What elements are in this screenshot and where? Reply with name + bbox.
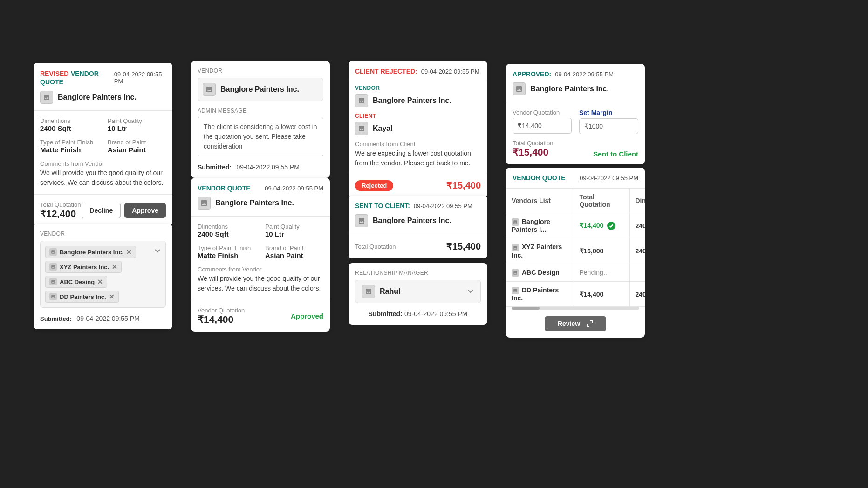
vendor-avatar-icon xyxy=(355,214,368,227)
approved-margin-card: APPROVED: 09-04-2022 09:55 PM Banglore P… xyxy=(506,64,645,164)
timestamp: 09-04-2022 09:55 PM xyxy=(265,185,323,192)
review-button[interactable]: Review xyxy=(545,316,606,331)
paint-finish-label: Type of Paint Finish xyxy=(198,244,256,251)
vendor-name: Banglore Painters Inc. xyxy=(530,85,609,93)
paint-finish-value: Matte Finish xyxy=(40,146,98,154)
total-quotation-value: ₹12,400 xyxy=(40,208,81,219)
table-row[interactable]: XYZ Painters Inc.₹16,000240 xyxy=(506,238,645,264)
dimensions-value: 2400 Sqft xyxy=(198,230,256,238)
vendor-avatar-icon xyxy=(355,94,368,107)
total-quotation-value: ₹15,400 xyxy=(513,147,553,158)
manager-select[interactable]: Rahul xyxy=(355,280,481,303)
vendor-multiselect[interactable]: Banglore Painters Inc. ✕ XYZ Painters In… xyxy=(40,241,166,308)
vendor-quotation-value: ₹14,400 xyxy=(198,314,245,325)
vendor-select-card: VENDOR Banglore Painters Inc. ✕ XYZ Pain… xyxy=(34,224,172,329)
dimensions-label: Dimentions xyxy=(198,223,256,230)
relationship-manager-card: RELATIONSHIP MANAGER Rahul Submitted: 09… xyxy=(349,263,487,325)
comments-vendor-label: Comments from Vendor xyxy=(198,266,323,273)
vendor-chip-icon xyxy=(49,263,57,271)
vendor-avatar-icon xyxy=(40,91,53,104)
comments-vendor-text: We will provide you the good quality of … xyxy=(40,168,166,188)
col-dimensions: Din xyxy=(629,189,645,213)
vendor-section-label: VENDOR xyxy=(40,230,166,237)
vendor-quote-table-card: VENDOR QUOTE 09-04-2022 09:55 PM Vendors… xyxy=(506,168,645,338)
vendor-quotation-label: Vendor Quotation xyxy=(198,307,245,314)
paint-brand-value: Asian Paint xyxy=(265,251,323,259)
review-button-label: Review xyxy=(558,320,580,327)
client-rejected-card: CLIENT REJECTED: 09-04-2022 09:55 PM VEN… xyxy=(349,61,487,197)
paint-brand-value: Asian Paint xyxy=(108,146,166,154)
paint-brand-label: Brand of Paint xyxy=(265,244,323,251)
paint-quality-value: 10 Ltr xyxy=(108,124,166,132)
comments-vendor-label: Comments from Vendor xyxy=(40,160,166,167)
comments-client-label: Comments from Client xyxy=(355,141,481,148)
table-row[interactable]: Banglore Painters I...₹14,400240 xyxy=(506,213,645,238)
vendors-table: Vendors List Total Quotation Din Banglor… xyxy=(506,188,645,310)
horizontal-scrollbar[interactable] xyxy=(512,307,639,310)
vendor-avatar-icon xyxy=(513,82,526,95)
sent-to-client-card: SENT TO CLIENT: 09-04-2022 09:55 PM Bang… xyxy=(349,196,487,258)
paint-quality-label: Paint Quality xyxy=(265,223,323,230)
decline-button[interactable]: Decline xyxy=(82,203,121,218)
vendor-chip-icon xyxy=(49,293,57,300)
paint-finish-label: Type of Paint Finish xyxy=(40,139,98,146)
vendor-section-label: VENDOR xyxy=(355,85,481,91)
approve-button[interactable]: Approve xyxy=(124,203,166,218)
set-margin-label: Set Margin xyxy=(579,109,638,116)
submitted-value: 09-04-2022 09:55 PM xyxy=(237,163,300,171)
manager-avatar-icon xyxy=(362,285,375,298)
remove-chip-icon[interactable]: ✕ xyxy=(112,264,117,270)
margin-input[interactable] xyxy=(579,118,638,134)
timestamp: 09-04-2022 09:55 PM xyxy=(555,71,614,78)
vendor-name: Banglore Painters Inc. xyxy=(373,217,451,225)
card-title: VENDOR QUOTE xyxy=(198,184,251,192)
relationship-manager-label: RELATIONSHIP MANAGER xyxy=(355,270,481,276)
remove-chip-icon[interactable]: ✕ xyxy=(109,293,115,300)
status-sent: Sent to Client xyxy=(593,150,638,158)
submitted-label: Submitted: xyxy=(198,163,232,171)
total-quotation-label: Total Quotation xyxy=(40,201,81,208)
vendor-name: Banglore Painters Inc. xyxy=(215,199,294,207)
vendor-chip: ABC Desing ✕ xyxy=(45,276,107,288)
col-vendors-list: Vendors List xyxy=(506,189,574,213)
total-quotation-label: Total Quotation xyxy=(355,243,396,250)
card-title: SENT TO CLIENT: xyxy=(355,202,410,210)
dimensions-label: Dimentions xyxy=(40,117,98,124)
vendor-quotation-input[interactable] xyxy=(513,118,572,134)
vendor-avatar-icon xyxy=(198,197,211,210)
admin-message-input[interactable]: The client is considering a lower cost i… xyxy=(198,117,323,156)
vendor-chip-icon xyxy=(49,278,57,285)
table-row[interactable]: DD Painters Inc.₹14,400240 xyxy=(506,281,645,306)
col-total-quotation: Total Quotation xyxy=(574,189,629,213)
rejected-badge: Rejected xyxy=(355,180,393,191)
status-approved: Approved xyxy=(291,312,323,320)
paint-quality-value: 10 Ltr xyxy=(265,230,323,238)
chevron-down-icon[interactable] xyxy=(154,248,161,254)
vendor-chip: XYZ Painters Inc. ✕ xyxy=(45,261,122,273)
submitted-value: 09-04-2022 09:55 PM xyxy=(76,315,139,322)
vendor-chip: Banglore Painters Inc. ✕ xyxy=(45,246,136,258)
vendor-name: Banglore Painters Inc. xyxy=(220,85,299,94)
rejected-amount: ₹15,400 xyxy=(446,180,481,191)
dimensions-value: 2400 Sqft xyxy=(40,124,98,132)
vendor-name: Banglore Painters Inc. xyxy=(373,96,451,105)
comments-vendor-text: We will provide you the good quality of … xyxy=(198,274,323,293)
card-title: VENDOR QUOTE xyxy=(513,174,566,182)
submitted-label: Submitted: xyxy=(40,315,72,322)
manager-name: Rahul xyxy=(380,287,400,296)
table-row[interactable]: ABC DesignPending... xyxy=(506,264,645,281)
paint-brand-label: Brand of Paint xyxy=(108,139,166,146)
remove-chip-icon[interactable]: ✕ xyxy=(126,249,132,255)
card-title: APPROVED: xyxy=(513,70,551,78)
total-quotation-value: ₹15,400 xyxy=(446,241,481,252)
timestamp: 09-04-2022 09:55 PM xyxy=(421,68,480,75)
expand-icon xyxy=(587,320,593,327)
vendor-selector[interactable]: Banglore Painters Inc. xyxy=(198,78,323,101)
card-title: CLIENT REJECTED: xyxy=(355,68,417,75)
remove-chip-icon[interactable]: ✕ xyxy=(97,278,103,285)
vendor-avatar-icon xyxy=(203,83,216,96)
comments-client-text: We are expecting a lower cost quotation … xyxy=(355,149,481,168)
vendor-quotation-label: Vendor Quotation xyxy=(513,109,572,116)
vendor-chip-icon xyxy=(49,248,57,256)
client-avatar-icon xyxy=(355,122,368,135)
